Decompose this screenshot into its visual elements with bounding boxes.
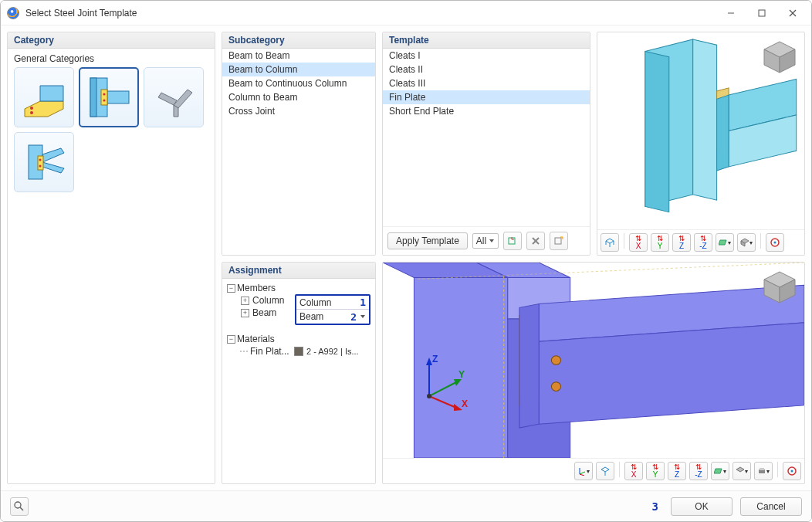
view-neg-z-button[interactable]: ⇅-Z (694, 233, 712, 252)
svg-text:Y: Y (458, 369, 465, 380)
expander-icon[interactable]: + (241, 297, 249, 305)
reset-view-button[interactable] (783, 462, 801, 480)
footer-step-number: 3 (652, 500, 658, 513)
template-filter-dropdown[interactable]: All (472, 233, 499, 249)
render-mode-dropdown[interactable]: ▾ (732, 462, 751, 480)
minimize-button[interactable] (716, 3, 746, 23)
member-row-label: Column (252, 295, 284, 306)
apply-template-button[interactable]: Apply Template (387, 232, 468, 249)
material-swatch-icon (294, 347, 303, 356)
coord-system-dropdown[interactable]: ▾ (574, 462, 593, 480)
preview-3d-large[interactable]: Z Y X (383, 263, 804, 458)
list-item[interactable]: Fin Plate (383, 90, 590, 104)
view-y-button[interactable]: ⇅Y (646, 462, 665, 480)
view-cube-icon[interactable] (761, 39, 798, 76)
category-thumb-cross[interactable] (14, 132, 74, 192)
category-thumb-beam-column[interactable] (79, 67, 139, 127)
isometric-view-button[interactable] (601, 233, 619, 252)
preview-small-toolbar: ⇅X ⇅Y ⇅Z ⇅-Z ▾ ▾ (597, 229, 804, 255)
template-filter-value: All (476, 236, 486, 246)
svg-point-87 (791, 470, 793, 473)
maximize-button[interactable] (746, 3, 777, 23)
subcategory-list[interactable]: Beam to Beam Beam to Column Beam to Cont… (222, 49, 375, 255)
reset-view-button[interactable] (766, 233, 784, 252)
list-item[interactable]: Cleats III (383, 76, 590, 90)
list-item[interactable]: Cleats I (383, 49, 590, 63)
preview-3d-small[interactable] (597, 32, 804, 229)
svg-marker-23 (489, 239, 494, 242)
svg-point-6 (30, 107, 33, 110)
svg-point-22 (39, 165, 42, 168)
expander-icon[interactable]: − (227, 284, 235, 293)
list-item[interactable]: Cross Joint (222, 104, 375, 118)
svg-line-79 (580, 474, 584, 476)
svg-marker-29 (693, 39, 717, 200)
list-item[interactable]: Beam to Continuous Column (222, 76, 375, 90)
member-row-label: Beam (252, 307, 276, 318)
svg-point-7 (30, 111, 33, 114)
svg-marker-5 (40, 86, 63, 101)
svg-text:Z: Z (432, 354, 438, 364)
svg-rect-27 (555, 238, 561, 244)
list-item[interactable]: Cleats II (383, 63, 590, 76)
list-item[interactable]: Short End Plate (383, 104, 590, 118)
render-mode-dropdown[interactable]: ▾ (737, 233, 756, 252)
category-thumb-continuous[interactable] (144, 67, 204, 127)
cancel-button[interactable]: Cancel (740, 497, 802, 516)
pick-template-button[interactable] (503, 232, 522, 250)
view-neg-z-button[interactable]: ⇅-Z (689, 462, 708, 480)
help-button[interactable] (10, 497, 29, 516)
subcategory-panel: Subcategory Beam to Beam Beam to Column … (222, 32, 376, 256)
category-header: Category (8, 32, 215, 49)
template-header: Template (383, 32, 590, 49)
view-y-button[interactable]: ⇅Y (651, 233, 669, 252)
svg-rect-1 (759, 10, 765, 16)
svg-marker-15 (158, 93, 177, 105)
member-column-input[interactable]: Column 1 (296, 296, 369, 310)
view-mode-dropdown[interactable]: ▾ (716, 233, 734, 252)
svg-marker-14 (174, 90, 192, 108)
category-thumb-beam-beam[interactable] (14, 67, 74, 127)
view-z-button[interactable]: ⇅Z (668, 462, 686, 480)
window-title: Select Steel Joint Template (25, 8, 716, 19)
template-list[interactable]: Cleats I Cleats II Cleats III Fin Plate … (383, 49, 590, 226)
isometric-view-button[interactable] (596, 462, 614, 480)
category-subheading: General Categories (14, 53, 208, 64)
svg-point-21 (39, 159, 42, 161)
svg-point-12 (103, 93, 105, 95)
svg-marker-80 (601, 467, 609, 472)
list-item[interactable]: Beam to Beam (222, 49, 375, 63)
view-mode-dropdown[interactable]: ▾ (711, 462, 729, 480)
svg-marker-82 (714, 469, 722, 473)
svg-rect-9 (90, 78, 96, 117)
coordinate-triad-icon: Z Y X (414, 350, 475, 412)
new-template-button[interactable] (550, 232, 568, 250)
dialog-footer: 3 OK Cancel (1, 490, 811, 521)
category-panel: Category General Categories (7, 32, 215, 484)
svg-marker-83 (736, 467, 744, 472)
svg-rect-11 (101, 90, 107, 105)
expander-icon[interactable]: − (227, 335, 235, 344)
view-z-button[interactable]: ⇅Z (672, 233, 691, 252)
ok-button[interactable]: OK (671, 497, 732, 516)
print-dropdown[interactable]: ▾ (754, 462, 773, 480)
svg-marker-68 (454, 379, 462, 386)
model-preview-large: Z Y X ▾ ⇅X ⇅Y ⇅Z ⇅-Z ▾ (382, 262, 805, 484)
view-cube-icon[interactable] (761, 269, 798, 306)
view-x-button[interactable]: ⇅X (629, 233, 648, 252)
material-label: Fin Plat... (250, 346, 290, 357)
svg-marker-65 (426, 358, 432, 365)
member-beam-input[interactable]: Beam 2 (296, 310, 369, 324)
delete-template-button[interactable] (526, 232, 545, 250)
material-value-dropdown[interactable]: 2 - A992 | Is... (292, 346, 361, 357)
expander-icon[interactable]: + (241, 309, 249, 317)
svg-marker-18 (42, 148, 64, 162)
svg-marker-45 (719, 240, 726, 245)
svg-point-88 (15, 502, 21, 508)
list-item[interactable]: Column to Beam (222, 90, 375, 104)
list-item[interactable]: Beam to Column (222, 63, 375, 76)
close-button[interactable] (777, 3, 808, 23)
svg-marker-41 (606, 239, 614, 243)
view-x-button[interactable]: ⇅X (624, 462, 643, 480)
svg-marker-50 (360, 315, 365, 318)
